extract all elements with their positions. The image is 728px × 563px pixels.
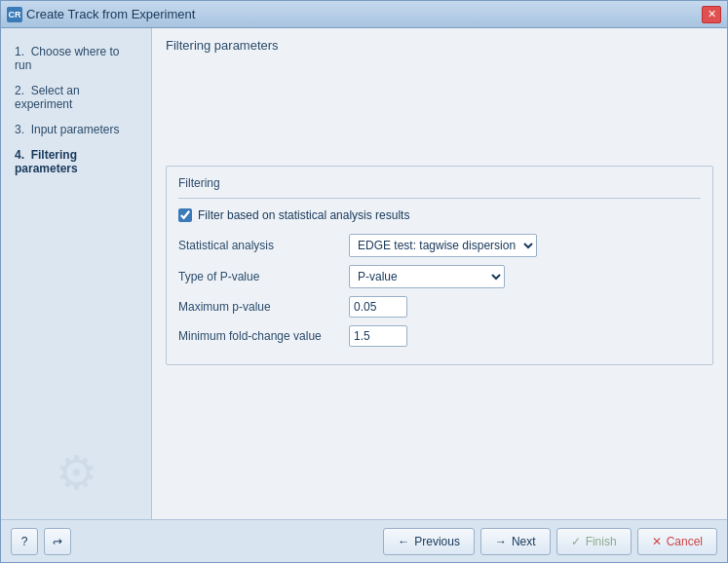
main-window: CR Create Track from Experiment ✕ 1. Cho…: [0, 0, 728, 563]
content-area: 1. Choose where to run 2. Select an expe…: [1, 28, 727, 519]
next-button[interactable]: → Next: [480, 528, 551, 555]
pvalue-type-select[interactable]: P-value Adjusted P-value: [349, 265, 505, 288]
filter-checkbox[interactable]: [178, 208, 192, 222]
filtering-section-title: Filtering: [178, 176, 701, 190]
arrow-left-icon: ←: [398, 535, 409, 548]
min-foldchange-input[interactable]: [349, 325, 407, 347]
sidebar-item-filtering-parameters[interactable]: 4. Filtering parameters: [9, 143, 143, 180]
statistical-analysis-label: Statistical analysis: [178, 239, 349, 252]
max-pvalue-label: Maximum p-value: [178, 300, 349, 314]
finish-button[interactable]: ✓ Finish: [556, 528, 632, 555]
min-foldchange-label: Minimum fold-change value: [178, 329, 349, 343]
panel-body: Filtering Filter based on statistical an…: [152, 58, 727, 519]
arrow-right-icon: →: [495, 535, 507, 548]
sidebar-item-choose-where[interactable]: 1. Choose where to run: [9, 40, 143, 77]
filter-checkbox-row: Filter based on statistical analysis res…: [178, 208, 701, 222]
cancel-button[interactable]: ✕ Cancel: [637, 528, 717, 555]
close-button[interactable]: ✕: [702, 6, 721, 23]
window-title: Create Track from Experiment: [26, 7, 195, 21]
footer: ? ↩ ← Previous → Next ✓ Finish ✕ Cancel: [1, 519, 727, 562]
titlebar: CR Create Track from Experiment ✕: [1, 1, 727, 28]
check-icon: ✓: [571, 535, 581, 548]
filtering-divider: [178, 198, 701, 199]
sidebar: 1. Choose where to run 2. Select an expe…: [1, 28, 152, 519]
filtering-section: Filtering Filter based on statistical an…: [166, 166, 713, 365]
back-icon-button[interactable]: ↩: [44, 528, 71, 555]
sidebar-item-select-experiment[interactable]: 2. Select an experiment: [9, 79, 143, 116]
watermark: ⚙: [56, 445, 97, 500]
help-button[interactable]: ?: [11, 528, 38, 555]
max-pvalue-input[interactable]: [349, 296, 407, 318]
sidebar-item-input-parameters[interactable]: 3. Input parameters: [9, 118, 143, 141]
main-panel: Filtering parameters Filtering Filter ba…: [152, 28, 727, 519]
panel-header: Filtering parameters: [152, 28, 727, 58]
x-icon: ✕: [652, 535, 662, 548]
max-pvalue-row: Maximum p-value: [178, 296, 701, 318]
min-foldchange-row: Minimum fold-change value: [178, 325, 701, 347]
footer-left: ? ↩: [11, 528, 71, 555]
statistical-analysis-row: Statistical analysis EDGE test: tagwise …: [178, 234, 701, 257]
statistical-analysis-select[interactable]: EDGE test: tagwise dispersion DESeq DESe…: [349, 234, 537, 257]
footer-right: ← Previous → Next ✓ Finish ✕ Cancel: [383, 528, 717, 555]
titlebar-left: CR Create Track from Experiment: [7, 7, 195, 22]
app-icon: CR: [7, 7, 22, 22]
pvalue-type-row: Type of P-value P-value Adjusted P-value: [178, 265, 701, 288]
previous-button[interactable]: ← Previous: [383, 528, 475, 555]
pvalue-type-label: Type of P-value: [178, 270, 349, 283]
filter-checkbox-label: Filter based on statistical analysis res…: [198, 208, 409, 222]
